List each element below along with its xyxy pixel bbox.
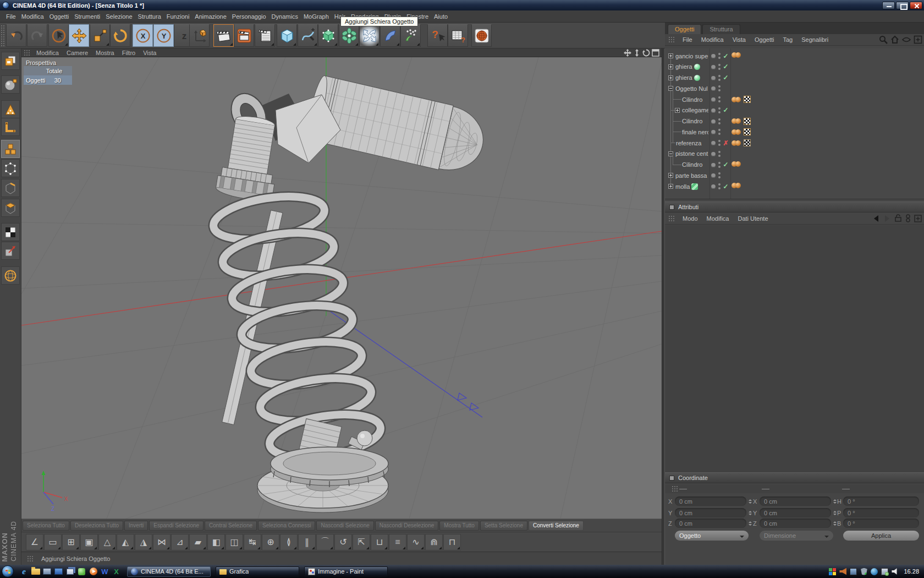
- tree-row-referenza[interactable]: referenza✗: [665, 138, 924, 148]
- selection-command-button[interactable]: Contrai Selezione: [205, 521, 257, 531]
- smoothing-tag-icon[interactable]: [735, 140, 741, 146]
- visibility-dot[interactable]: [718, 140, 721, 142]
- enabled-check-icon[interactable]: ✓: [722, 181, 730, 192]
- viewport-menu-item[interactable]: Vista: [139, 50, 160, 56]
- tab-oggetti[interactable]: Oggetti: [668, 24, 701, 34]
- coord-position-x-field[interactable]: 0 cm: [675, 497, 746, 506]
- undo-icon[interactable]: [6, 24, 26, 47]
- new-panel-icon[interactable]: [914, 215, 922, 223]
- upper-body[interactable]: [215, 113, 284, 203]
- enabled-check-icon[interactable]: ✓: [722, 51, 730, 61]
- object-manager-menu-item[interactable]: Segnalibri: [797, 36, 833, 43]
- add-generator-icon[interactable]: [318, 24, 338, 47]
- menubar-item[interactable]: File: [3, 10, 19, 22]
- toolbar-grip[interactable]: [1, 25, 5, 46]
- selection-command-button[interactable]: Espandi Selezione: [149, 521, 204, 531]
- panel-grip[interactable]: [668, 36, 675, 43]
- view-label[interactable]: Prospettiva: [26, 59, 56, 66]
- help-icon[interactable]: ?: [427, 24, 448, 47]
- texture-tag-icon[interactable]: [744, 96, 751, 103]
- attributes-header[interactable]: Attributi: [665, 201, 924, 212]
- expand-toggle[interactable]: [668, 184, 673, 189]
- selection-command-button[interactable]: Nascondi Selezione: [316, 521, 373, 531]
- render-picture-viewer-icon[interactable]: [234, 24, 254, 47]
- visibility-dot[interactable]: [718, 64, 721, 66]
- rotate-icon[interactable]: [110, 24, 130, 47]
- visibility-dot[interactable]: [718, 57, 721, 59]
- tree-row-pistone-cent[interactable]: pistone cent: [665, 149, 924, 159]
- modeling-tool-icon[interactable]: ◫: [226, 534, 243, 550]
- apply-button[interactable]: Applica: [843, 531, 919, 541]
- layer-dot[interactable]: [711, 130, 716, 134]
- modeling-tool-icon[interactable]: ↺: [334, 534, 352, 550]
- modeling-tool-icon[interactable]: ∿: [407, 534, 425, 550]
- new-panel-icon[interactable]: [914, 35, 922, 44]
- expand-toggle[interactable]: [668, 64, 673, 69]
- attributes-menu-item[interactable]: Modifica: [702, 215, 734, 222]
- coord-size-z-field[interactable]: 0 cm: [760, 519, 831, 528]
- stepper-arrows[interactable]: [747, 497, 752, 506]
- add-particles-icon[interactable]: [400, 24, 421, 47]
- modeling-tool-icon[interactable]: ▭: [44, 534, 62, 550]
- pan-icon[interactable]: [624, 49, 631, 57]
- layer-dot[interactable]: [711, 152, 716, 156]
- scale-icon[interactable]: [90, 24, 110, 47]
- expand-toggle[interactable]: [668, 173, 673, 178]
- home-icon[interactable]: [890, 35, 899, 44]
- menubar-item[interactable]: MoGraph: [301, 10, 332, 22]
- visibility-dot[interactable]: [718, 151, 721, 153]
- stepper-arrows[interactable]: [747, 519, 752, 528]
- taskbar-task-paint[interactable]: Immagine - Paint: [304, 566, 388, 577]
- enabled-check-icon[interactable]: ✓: [722, 105, 730, 116]
- menubar-item[interactable]: Oggetti: [47, 10, 72, 22]
- layer-dot[interactable]: [711, 108, 716, 113]
- object-name[interactable]: finale nero: [682, 127, 708, 137]
- menubar-item[interactable]: Dynamics: [269, 10, 301, 22]
- coord-position-z-field[interactable]: 0 cm: [675, 519, 746, 528]
- modeling-tool-icon[interactable]: ∠: [26, 534, 43, 550]
- online-help-icon[interactable]: [471, 24, 492, 47]
- coord-size-y-field[interactable]: 0 cm: [760, 508, 831, 517]
- minimize-button[interactable]: [882, 2, 895, 9]
- menubar-item[interactable]: Animazione: [192, 10, 229, 22]
- object-manager-menu-item[interactable]: Modifica: [697, 36, 728, 43]
- render-settings-icon[interactable]: [255, 24, 275, 47]
- move-icon[interactable]: [69, 24, 89, 47]
- visibility-dot[interactable]: [718, 172, 721, 175]
- column-handle[interactable]: [762, 489, 769, 489]
- object-name[interactable]: ghiera: [675, 62, 708, 72]
- layer-dot[interactable]: [711, 54, 716, 58]
- enabled-check-icon[interactable]: ✓: [722, 73, 730, 83]
- object-name[interactable]: Cilindro: [682, 94, 708, 105]
- spring-coil[interactable]: [211, 189, 384, 464]
- object-axis-icon[interactable]: [1, 242, 20, 260]
- object-name[interactable]: molla: [675, 181, 708, 192]
- tree-row-cilindro[interactable]: Cilindro: [665, 116, 924, 127]
- object-name[interactable]: referenza: [676, 138, 708, 148]
- quicklaunch-icon[interactable]: [53, 566, 64, 577]
- visibility-dot[interactable]: [718, 96, 721, 99]
- object-mode-icon[interactable]: [1, 140, 20, 158]
- render-view-icon[interactable]: [213, 24, 234, 47]
- maximize-icon[interactable]: [652, 49, 659, 57]
- tray-icon[interactable]: [839, 568, 846, 575]
- visibility-dot[interactable]: [718, 183, 721, 186]
- search-icon[interactable]: [879, 35, 888, 44]
- object-name[interactable]: ghiera: [675, 73, 708, 83]
- stepper-arrows[interactable]: [832, 497, 837, 506]
- menubar-item[interactable]: Struttura: [135, 10, 164, 22]
- add-floor-icon[interactable]: [380, 24, 400, 47]
- quicklaunch-icon[interactable]: W: [99, 566, 111, 577]
- enabled-check-icon[interactable]: ✓: [722, 62, 730, 72]
- visibility-dot[interactable]: [718, 144, 721, 146]
- smoothing-tag-icon[interactable]: [735, 129, 741, 135]
- modeling-tool-icon[interactable]: ⋒: [425, 534, 443, 550]
- object-name[interactable]: Cilindro: [682, 160, 708, 170]
- modeling-tool-icon[interactable]: ⊞: [62, 534, 80, 550]
- menubar-item[interactable]: Strumenti: [72, 10, 103, 22]
- quicklaunch-icon[interactable]: [76, 566, 87, 577]
- quicklaunch-icon[interactable]: [87, 566, 99, 577]
- texture-tag-icon[interactable]: [744, 118, 751, 125]
- texture-tag-icon[interactable]: [744, 128, 751, 135]
- history-icon[interactable]: [905, 214, 911, 223]
